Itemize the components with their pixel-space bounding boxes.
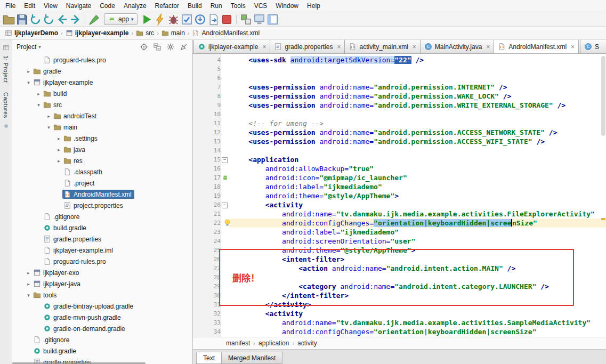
tree-item-gradle-bintray-upload-gradle[interactable]: gradle-bintray-upload.gradle: [12, 301, 192, 312]
instant-run-icon[interactable]: [153, 13, 167, 25]
tab-merged-manifest[interactable]: Merged Manifest: [221, 352, 282, 364]
menu-help[interactable]: Help: [303, 1, 325, 11]
debug-icon[interactable]: [167, 13, 180, 25]
warning-stripe-mark[interactable]: [601, 218, 605, 220]
chevron-collapsed-icon[interactable]: ▸: [25, 281, 32, 287]
tree-item-ijkplayer-example-iml[interactable]: ijkplayer-example.iml: [12, 245, 192, 256]
fold-icon[interactable]: −: [222, 203, 228, 208]
tree-item-gradle-mvn-push-gradle[interactable]: gradle-mvn-push.gradle: [12, 312, 192, 323]
breadcrumb-main[interactable]: main: [160, 29, 187, 37]
breadcrumb-manifest[interactable]: manifest: [224, 339, 252, 347]
collapse-all-icon[interactable]: [153, 43, 161, 51]
menu-refactor[interactable]: Refactor: [151, 1, 183, 11]
tree-item-src[interactable]: ▾src: [12, 99, 192, 110]
menu-vcs[interactable]: VCS: [250, 1, 272, 11]
chevron-expanded-icon[interactable]: ▾: [45, 125, 52, 130]
tree-item-androidmanifest-xml[interactable]: AndroidManifest.xml: [12, 189, 192, 200]
sdk-manager-icon[interactable]: [253, 13, 266, 25]
tree-item-gitignore[interactable]: .gitignore: [12, 211, 192, 222]
tab-activity-main-xml[interactable]: activity_main.xml×: [344, 40, 420, 53]
menu-code[interactable]: Code: [95, 1, 119, 11]
back-icon[interactable]: [55, 13, 69, 25]
tab-mainactivity-java[interactable]: CMainActivity.java×: [420, 40, 495, 53]
stop-icon[interactable]: [220, 13, 233, 25]
menu-analyze[interactable]: Analyze: [119, 1, 151, 11]
tree-item-project[interactable]: .project: [12, 177, 192, 189]
run-configuration-select[interactable]: app▾: [104, 13, 138, 25]
menu-view[interactable]: View: [39, 1, 62, 11]
breadcrumb-src[interactable]: src: [134, 29, 156, 37]
tree-item-ijkplayer-exo[interactable]: ▸ijkplayer-exo: [12, 267, 192, 278]
tree-item-tools[interactable]: ▾tools: [12, 289, 192, 301]
tool-window-button-captures[interactable]: Captures: [3, 90, 9, 121]
tree-item-gitignore[interactable]: .gitignore: [12, 334, 192, 345]
chevron-collapsed-icon[interactable]: ▸: [55, 136, 62, 141]
tree-item-build-gradle[interactable]: build.gradle: [12, 222, 192, 233]
tree-item-java[interactable]: ▸java: [12, 144, 192, 155]
close-icon[interactable]: ×: [413, 43, 416, 51]
editor-area[interactable]: 4 <uses-sdk android:targetSdkVersion="22…: [193, 54, 606, 337]
project-view-selector[interactable]: Project ▾: [17, 43, 41, 51]
menu-build[interactable]: Build: [183, 1, 206, 11]
close-icon[interactable]: ×: [486, 43, 490, 51]
tree-item-proguard-rules-pro[interactable]: proguard-rules.pro: [12, 256, 192, 267]
chevron-collapsed-icon[interactable]: ▸: [45, 114, 52, 119]
settings-gear-icon[interactable]: [166, 43, 175, 51]
menu-tools[interactable]: Tools: [227, 1, 250, 11]
tab-s[interactable]: CS: [580, 40, 606, 53]
menu-file[interactable]: File: [1, 1, 20, 11]
attach-debugger-icon[interactable]: [193, 13, 207, 25]
device-monitor-icon[interactable]: [266, 13, 279, 25]
open-icon[interactable]: [2, 13, 15, 25]
scrollbar-thumb[interactable]: [601, 56, 605, 136]
tree-item-ijkplayer-example[interactable]: ▾ijkplayer-example: [12, 77, 192, 88]
import-icon[interactable]: [207, 13, 220, 25]
tree-item-settings[interactable]: ▸.settings: [12, 133, 192, 144]
breadcrumb-activity[interactable]: activity: [295, 339, 319, 347]
cleanup-icon[interactable]: [88, 13, 101, 25]
breadcrumb-androidmanifest-xml[interactable]: AndroidManifest.xml: [190, 29, 261, 37]
tree-item-proguard-rules-pro[interactable]: proguard-rules.pro: [12, 54, 192, 66]
tool-window-button-project[interactable]: 1: Project: [3, 53, 9, 85]
forward-icon[interactable]: [69, 13, 82, 25]
tab-androidmanifest-xml[interactable]: AndroidManifest.xml×: [494, 40, 579, 53]
chevron-expanded-icon[interactable]: ▾: [25, 80, 32, 85]
chevron-collapsed-icon[interactable]: ▸: [35, 91, 42, 96]
breadcrumb-ijkplayer-example[interactable]: ijkplayer-example: [64, 29, 131, 37]
tree-item-gradle-properties[interactable]: gradle.properties: [12, 233, 192, 245]
chevron-collapsed-icon[interactable]: ▸: [25, 69, 32, 74]
chevron-collapsed-icon[interactable]: ▸: [55, 158, 62, 164]
run-icon[interactable]: [140, 13, 153, 25]
tab-text[interactable]: Text: [196, 352, 222, 364]
tree-item-gradle[interactable]: ▸gradle: [12, 66, 192, 77]
tree-item-androidtest[interactable]: ▸androidTest: [12, 110, 192, 122]
menu-navigate[interactable]: Navigate: [62, 1, 95, 11]
intention-bulb-icon[interactable]: [223, 219, 231, 227]
tab-gradle-properties[interactable]: gradle.properties×: [270, 40, 345, 53]
chevron-collapsed-icon[interactable]: ▸: [55, 147, 62, 152]
fold-icon[interactable]: −: [222, 157, 228, 163]
refresh-gradle-icon[interactable]: [42, 13, 55, 25]
chevron-expanded-icon[interactable]: ▾: [25, 293, 32, 298]
close-icon[interactable]: ×: [262, 43, 266, 51]
chevron-expanded-icon[interactable]: ▾: [35, 102, 42, 108]
avd-manager-icon[interactable]: [239, 13, 253, 25]
tree-item-gradle-on-demand-gradle[interactable]: gradle-on-demand.gradle: [12, 323, 192, 334]
tab-ijkplayer-example[interactable]: ijkplayer-example×: [193, 40, 270, 53]
tree-item-build-gradle[interactable]: build.gradle: [12, 345, 192, 357]
coverage-icon[interactable]: [180, 13, 193, 25]
tree-item-main[interactable]: ▾main: [12, 122, 192, 133]
close-icon[interactable]: ×: [571, 43, 575, 51]
tree-item-classpath[interactable]: .classpath: [12, 166, 192, 177]
tree-item-project-properties[interactable]: project.properties: [12, 200, 192, 211]
sync-icon[interactable]: [29, 13, 42, 25]
editor-scrollbar[interactable]: [600, 54, 606, 337]
menu-edit[interactable]: Edit: [20, 1, 39, 11]
save-all-icon[interactable]: [15, 13, 29, 25]
breadcrumb-ijkplayerdemo[interactable]: IjkplayerDemo: [3, 29, 60, 37]
locate-icon[interactable]: [140, 43, 148, 51]
breadcrumb-application[interactable]: application: [256, 339, 291, 347]
menu-run[interactable]: Run: [206, 1, 227, 11]
hide-panel-icon[interactable]: [180, 43, 188, 51]
close-icon[interactable]: ×: [337, 43, 341, 51]
